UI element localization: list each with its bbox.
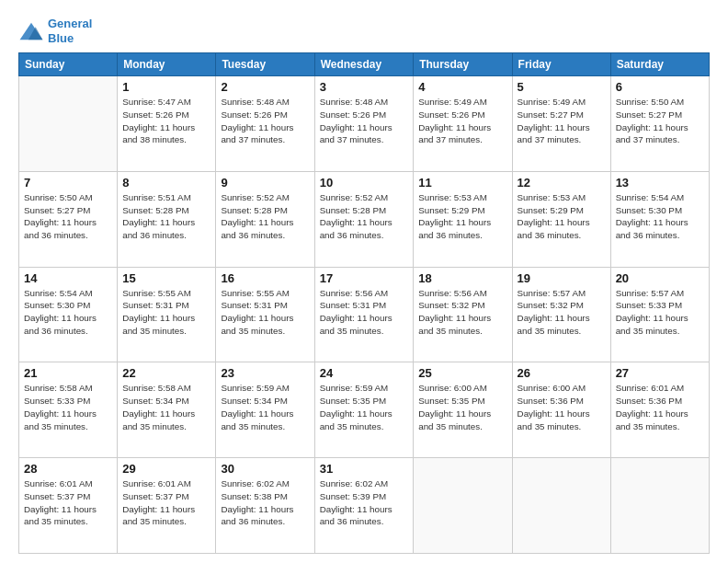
day-number: 19 [518, 271, 606, 285]
calendar-cell [19, 76, 118, 172]
logo-icon [18, 21, 44, 41]
calendar-cell: 1Sunrise: 5:47 AM Sunset: 5:26 PM Daylig… [118, 76, 216, 172]
day-info: Sunrise: 5:54 AM Sunset: 5:30 PM Dayligh… [24, 287, 112, 338]
day-info: Sunrise: 6:00 AM Sunset: 5:36 PM Dayligh… [518, 382, 606, 432]
calendar-cell: 5Sunrise: 5:49 AM Sunset: 5:27 PM Daylig… [512, 76, 610, 172]
day-info: Sunrise: 5:54 AM Sunset: 5:30 PM Dayligh… [616, 191, 704, 242]
calendar-cell: 23Sunrise: 5:59 AM Sunset: 5:34 PM Dayli… [216, 362, 314, 458]
calendar-cell: 22Sunrise: 5:58 AM Sunset: 5:34 PM Dayli… [118, 362, 216, 458]
calendar-header-tuesday: Tuesday [216, 53, 314, 76]
calendar-cell: 28Sunrise: 6:01 AM Sunset: 5:37 PM Dayli… [19, 458, 118, 554]
day-info: Sunrise: 5:59 AM Sunset: 5:35 PM Dayligh… [320, 382, 409, 432]
calendar-cell: 4Sunrise: 5:49 AM Sunset: 5:26 PM Daylig… [414, 76, 512, 172]
calendar-header-saturday: Saturday [610, 53, 709, 76]
calendar-cell: 10Sunrise: 5:52 AM Sunset: 5:28 PM Dayli… [314, 171, 414, 267]
logo-text: General Blue [48, 17, 92, 45]
calendar-cell: 15Sunrise: 5:55 AM Sunset: 5:31 PM Dayli… [118, 267, 216, 362]
day-number: 20 [616, 271, 704, 285]
day-info: Sunrise: 5:49 AM Sunset: 5:26 PM Dayligh… [418, 96, 506, 146]
calendar-header-wednesday: Wednesday [314, 53, 414, 76]
calendar-cell: 21Sunrise: 5:58 AM Sunset: 5:33 PM Dayli… [19, 362, 118, 458]
day-number: 7 [24, 176, 112, 190]
day-info: Sunrise: 5:51 AM Sunset: 5:28 PM Dayligh… [122, 191, 210, 242]
calendar-cell: 16Sunrise: 5:55 AM Sunset: 5:31 PM Dayli… [216, 267, 314, 362]
logo: General Blue [18, 17, 92, 45]
day-info: Sunrise: 5:56 AM Sunset: 5:32 PM Dayligh… [418, 287, 506, 338]
day-number: 24 [320, 366, 409, 380]
calendar-cell: 19Sunrise: 5:57 AM Sunset: 5:32 PM Dayli… [512, 267, 610, 362]
calendar-cell: 31Sunrise: 6:02 AM Sunset: 5:39 PM Dayli… [314, 458, 414, 554]
calendar-cell: 18Sunrise: 5:56 AM Sunset: 5:32 PM Dayli… [414, 267, 512, 362]
day-number: 21 [24, 366, 112, 380]
calendar-cell: 27Sunrise: 6:01 AM Sunset: 5:36 PM Dayli… [610, 362, 709, 458]
day-number: 23 [221, 366, 309, 380]
day-number: 15 [122, 271, 210, 285]
calendar-cell: 30Sunrise: 6:02 AM Sunset: 5:38 PM Dayli… [216, 458, 314, 554]
calendar-cell: 8Sunrise: 5:51 AM Sunset: 5:28 PM Daylig… [118, 171, 216, 267]
day-info: Sunrise: 5:53 AM Sunset: 5:29 PM Dayligh… [418, 191, 506, 242]
day-info: Sunrise: 5:59 AM Sunset: 5:34 PM Dayligh… [221, 382, 309, 432]
calendar-week-3: 14Sunrise: 5:54 AM Sunset: 5:30 PM Dayli… [19, 267, 710, 362]
calendar-cell: 2Sunrise: 5:48 AM Sunset: 5:26 PM Daylig… [216, 76, 314, 172]
day-number: 18 [418, 271, 506, 285]
day-info: Sunrise: 6:02 AM Sunset: 5:39 PM Dayligh… [320, 477, 409, 528]
day-info: Sunrise: 5:50 AM Sunset: 5:27 PM Dayligh… [24, 191, 112, 242]
day-number: 2 [221, 80, 309, 94]
day-info: Sunrise: 5:47 AM Sunset: 5:26 PM Dayligh… [122, 96, 210, 146]
page: General Blue SundayMondayTuesdayWednesda… [0, 0, 728, 563]
day-number: 16 [221, 271, 309, 285]
calendar-cell: 24Sunrise: 5:59 AM Sunset: 5:35 PM Dayli… [314, 362, 414, 458]
calendar-cell: 29Sunrise: 6:01 AM Sunset: 5:37 PM Dayli… [118, 458, 216, 554]
calendar-header-monday: Monday [118, 53, 216, 76]
calendar-week-5: 28Sunrise: 6:01 AM Sunset: 5:37 PM Dayli… [19, 458, 710, 554]
calendar-cell [610, 458, 709, 554]
day-number: 11 [418, 176, 506, 190]
day-number: 22 [122, 366, 210, 380]
day-info: Sunrise: 6:01 AM Sunset: 5:37 PM Dayligh… [24, 477, 112, 528]
day-info: Sunrise: 5:57 AM Sunset: 5:33 PM Dayligh… [616, 287, 704, 338]
day-number: 6 [616, 80, 704, 94]
day-number: 13 [616, 176, 704, 190]
day-info: Sunrise: 5:57 AM Sunset: 5:32 PM Dayligh… [518, 287, 606, 338]
calendar-cell [512, 458, 610, 554]
calendar-cell: 25Sunrise: 6:00 AM Sunset: 5:35 PM Dayli… [414, 362, 512, 458]
day-number: 17 [320, 271, 409, 285]
day-number: 1 [122, 80, 210, 94]
calendar-header-thursday: Thursday [414, 53, 512, 76]
day-info: Sunrise: 6:01 AM Sunset: 5:36 PM Dayligh… [616, 382, 704, 432]
calendar-header-sunday: Sunday [19, 53, 118, 76]
calendar-cell: 3Sunrise: 5:48 AM Sunset: 5:26 PM Daylig… [314, 76, 414, 172]
calendar-cell: 7Sunrise: 5:50 AM Sunset: 5:27 PM Daylig… [19, 171, 118, 267]
day-number: 29 [122, 462, 210, 476]
header: General Blue [18, 17, 710, 45]
day-info: Sunrise: 5:55 AM Sunset: 5:31 PM Dayligh… [122, 287, 210, 338]
calendar-header-friday: Friday [512, 53, 610, 76]
day-number: 5 [518, 80, 606, 94]
calendar-cell [414, 458, 512, 554]
day-number: 9 [221, 176, 309, 190]
day-number: 25 [418, 366, 506, 380]
day-number: 26 [518, 366, 606, 380]
day-number: 27 [616, 366, 704, 380]
day-info: Sunrise: 5:52 AM Sunset: 5:28 PM Dayligh… [320, 191, 409, 242]
calendar-cell: 12Sunrise: 5:53 AM Sunset: 5:29 PM Dayli… [512, 171, 610, 267]
day-info: Sunrise: 5:53 AM Sunset: 5:29 PM Dayligh… [518, 191, 606, 242]
day-number: 4 [418, 80, 506, 94]
day-number: 8 [122, 176, 210, 190]
calendar-week-2: 7Sunrise: 5:50 AM Sunset: 5:27 PM Daylig… [19, 171, 710, 267]
calendar-header-row: SundayMondayTuesdayWednesdayThursdayFrid… [19, 53, 710, 76]
calendar-cell: 11Sunrise: 5:53 AM Sunset: 5:29 PM Dayli… [414, 171, 512, 267]
day-info: Sunrise: 6:01 AM Sunset: 5:37 PM Dayligh… [122, 477, 210, 528]
day-info: Sunrise: 5:58 AM Sunset: 5:33 PM Dayligh… [24, 382, 112, 432]
day-info: Sunrise: 6:02 AM Sunset: 5:38 PM Dayligh… [221, 477, 309, 528]
day-info: Sunrise: 6:00 AM Sunset: 5:35 PM Dayligh… [418, 382, 506, 432]
day-info: Sunrise: 5:48 AM Sunset: 5:26 PM Dayligh… [221, 96, 309, 146]
day-info: Sunrise: 5:50 AM Sunset: 5:27 PM Dayligh… [616, 96, 704, 146]
calendar-week-1: 1Sunrise: 5:47 AM Sunset: 5:26 PM Daylig… [19, 76, 710, 172]
calendar-cell: 9Sunrise: 5:52 AM Sunset: 5:28 PM Daylig… [216, 171, 314, 267]
day-number: 12 [518, 176, 606, 190]
day-number: 31 [320, 462, 409, 476]
calendar-cell: 26Sunrise: 6:00 AM Sunset: 5:36 PM Dayli… [512, 362, 610, 458]
calendar-cell: 13Sunrise: 5:54 AM Sunset: 5:30 PM Dayli… [610, 171, 709, 267]
day-number: 14 [24, 271, 112, 285]
